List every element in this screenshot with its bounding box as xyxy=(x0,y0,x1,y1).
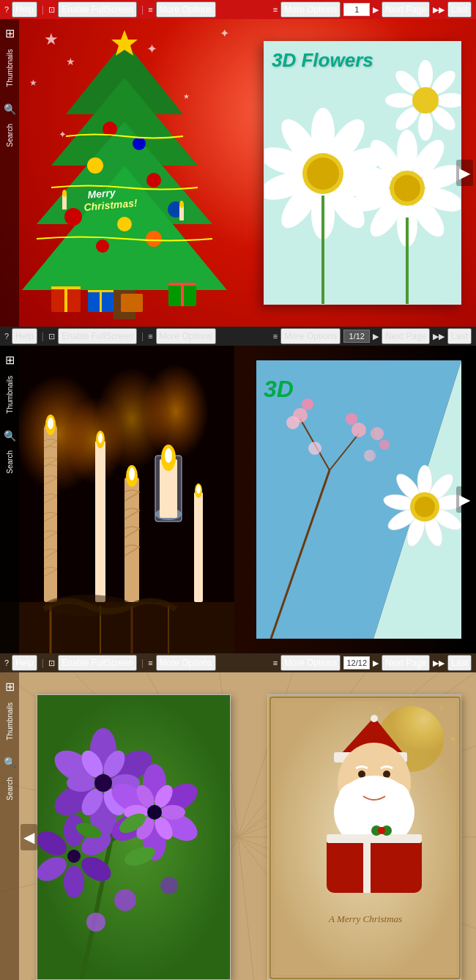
toolbar-2: ? Help | ⊡ Enable FullScreen | ≡ More Op… xyxy=(0,327,476,346)
svg-point-8 xyxy=(87,157,103,174)
last-icon-1: ▶▶ xyxy=(433,5,445,15)
santa-svg: A Merry Christmas xyxy=(268,695,461,980)
more-options-button-3a[interactable]: More Options xyxy=(156,655,216,671)
more-options-button-1a[interactable]: More Options xyxy=(156,1,216,18)
last-button-1[interactable]: Last xyxy=(447,1,472,18)
svg-point-163 xyxy=(160,805,185,820)
svg-point-102 xyxy=(352,423,366,437)
page-input-2[interactable] xyxy=(343,330,370,343)
next-page-button-1[interactable]: Next Page xyxy=(382,1,430,18)
svg-point-196 xyxy=(358,771,365,778)
sidebar-2: ⊞ Thumbnails 🔍 Search xyxy=(0,346,19,653)
next-icon-1: ▶ xyxy=(373,5,379,15)
svg-point-7 xyxy=(133,137,146,150)
search-label-3[interactable]: Search xyxy=(4,774,15,803)
section-3: A Merry Christmas ⊞ Thumbnails 🔍 Search … xyxy=(0,672,476,980)
options-icon-3a: ≡ xyxy=(148,658,152,667)
svg-point-194 xyxy=(371,715,378,722)
next-page-button-3[interactable]: Next Page xyxy=(382,655,430,671)
section-2: 3D xyxy=(0,346,476,653)
next-icon-3: ▶ xyxy=(373,658,379,668)
help-icon-2: ? xyxy=(4,332,9,341)
thumbnails-label-3[interactable]: Thumbnails xyxy=(4,699,15,743)
more-options-button-2a[interactable]: More Options xyxy=(156,328,216,344)
svg-point-74 xyxy=(48,417,53,429)
svg-point-14 xyxy=(146,231,162,247)
help-button-3[interactable]: Help xyxy=(12,655,37,671)
svg-rect-27 xyxy=(121,294,143,312)
last-icon-3: ▶▶ xyxy=(433,658,445,668)
svg-rect-30 xyxy=(181,283,184,306)
fullscreen-button-1[interactable]: Enable FullScreen xyxy=(58,1,137,18)
svg-rect-23 xyxy=(64,286,67,312)
more-options-button-3b[interactable]: More Options xyxy=(280,655,341,671)
nav-arrow-right-1[interactable]: ▶ xyxy=(456,160,473,186)
svg-point-55 xyxy=(394,175,420,201)
svg-point-16 xyxy=(62,190,67,197)
svg-point-172 xyxy=(64,866,84,898)
search-label-1[interactable]: Search xyxy=(4,121,15,150)
svg-point-101 xyxy=(286,416,300,429)
svg-point-56 xyxy=(418,60,433,89)
daisies-svg xyxy=(264,42,461,305)
next-icon-2: ▶ xyxy=(373,332,379,341)
fullscreen-icon-2: ⊡ xyxy=(48,332,55,341)
svg-point-88 xyxy=(196,485,201,494)
fullscreen-icon-1: ⊡ xyxy=(48,5,55,15)
svg-point-60 xyxy=(418,111,433,141)
fullscreen-button-3[interactable]: Enable FullScreen xyxy=(58,655,137,671)
grid-icon-2: ⊞ xyxy=(5,353,15,367)
page-input-1[interactable] xyxy=(343,3,370,16)
svg-rect-26 xyxy=(100,290,102,312)
help-button-1[interactable]: Help xyxy=(12,1,37,18)
svg-point-168 xyxy=(147,805,162,820)
svg-point-13 xyxy=(96,240,109,253)
help-button-2[interactable]: Help xyxy=(12,328,37,344)
options-icon-1b: ≡ xyxy=(273,5,278,14)
svg-point-104 xyxy=(308,442,321,455)
svg-point-10 xyxy=(64,208,82,226)
nav-arrow-right-2[interactable]: ▶ xyxy=(456,486,473,513)
svg-point-64 xyxy=(412,87,439,114)
next-page-button-2[interactable]: Next Page xyxy=(382,328,430,344)
svg-rect-75 xyxy=(95,441,105,602)
svg-rect-205 xyxy=(327,834,422,843)
flip-page-2: 3D xyxy=(256,360,461,639)
svg-point-70 xyxy=(143,364,209,459)
svg-point-119 xyxy=(379,439,390,450)
svg-point-18 xyxy=(179,201,184,208)
fullscreen-icon-3: ⊡ xyxy=(48,658,55,668)
svg-point-155 xyxy=(94,774,112,792)
toolbar-3: ? Help | ⊡ Enable FullScreen | ≡ More Op… xyxy=(0,653,476,672)
sidebar-1: ⊞ Thumbnails 🔍 Search xyxy=(0,19,19,327)
purple-flowers-svg xyxy=(37,695,231,980)
viewer-section-3: A Merry Christmas ⊞ Thumbnails 🔍 Search … xyxy=(0,672,476,980)
search-icon-2: 🔍 xyxy=(4,430,16,442)
svg-point-178 xyxy=(86,913,105,932)
thumbnails-label-2[interactable]: Thumbnails xyxy=(4,373,15,417)
page-input-3[interactable] xyxy=(343,656,370,669)
svg-point-62 xyxy=(385,93,414,108)
svg-point-175 xyxy=(67,850,81,863)
svg-rect-206 xyxy=(363,834,371,893)
santa-card-page: A Merry Christmas xyxy=(267,694,461,980)
svg-point-9 xyxy=(146,173,161,188)
more-options-button-2b[interactable]: More Options xyxy=(280,328,341,344)
flowers-page: 3D Flowers xyxy=(264,41,461,305)
options-icon-2b: ≡ xyxy=(273,332,278,341)
more-options-button-1b[interactable]: More Options xyxy=(280,1,341,18)
search-label-2[interactable]: Search xyxy=(4,448,15,477)
last-button-2[interactable]: Last xyxy=(447,328,472,344)
viewer-section-2: 3D xyxy=(0,346,476,653)
grid-icon-1: ⊞ xyxy=(5,26,15,40)
thumbnails-label-1[interactable]: Thumbnails xyxy=(4,46,15,90)
fullscreen-button-2[interactable]: Enable FullScreen xyxy=(58,328,137,344)
svg-point-43 xyxy=(307,157,339,190)
svg-point-120 xyxy=(364,450,376,461)
svg-point-12 xyxy=(117,217,132,231)
nav-arrow-left-3[interactable]: ◀ xyxy=(21,824,37,850)
svg-rect-86 xyxy=(194,492,203,602)
last-button-3[interactable]: Last xyxy=(447,655,472,671)
svg-point-100 xyxy=(302,398,313,410)
purple-flowers-page xyxy=(37,694,231,980)
